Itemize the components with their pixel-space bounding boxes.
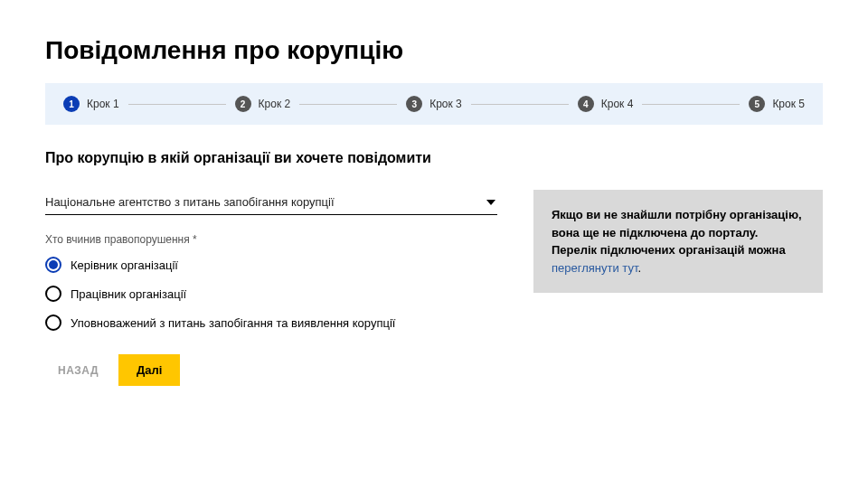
stepper: 1 Крок 1 2 Крок 2 3 Крок 3 4 Крок 4 5 Кр… xyxy=(45,83,823,125)
step-3[interactable]: 3 Крок 3 xyxy=(406,96,462,112)
step-number-icon: 3 xyxy=(406,96,422,112)
info-period: . xyxy=(637,261,641,275)
step-label: Крок 1 xyxy=(87,98,119,110)
organization-select-value: Національне агентство з питань запобіган… xyxy=(45,195,335,209)
radio-option-commissioner[interactable]: Уповноважений з питань запобігання та ви… xyxy=(45,314,497,331)
radio-label: Керівник організації xyxy=(71,258,178,272)
step-number-icon: 1 xyxy=(63,96,80,112)
back-button[interactable]: НАЗАД xyxy=(45,355,111,386)
caret-down-icon xyxy=(486,200,495,205)
organization-select[interactable]: Національне агентство з питань запобіган… xyxy=(45,190,497,215)
radio-icon xyxy=(45,314,61,331)
info-text-line1: Якщо ви не знайшли потрібну організацію,… xyxy=(552,208,802,239)
form-content: Національне агентство з питань запобіган… xyxy=(45,190,823,386)
step-2[interactable]: 2 Крок 2 xyxy=(235,96,291,112)
radio-label: Працівник організації xyxy=(71,287,186,301)
step-label: Крок 2 xyxy=(259,98,291,110)
step-connector xyxy=(471,104,569,105)
step-number-icon: 5 xyxy=(749,96,765,112)
radio-label: Уповноважений з питань запобігання та ви… xyxy=(71,316,395,330)
info-link[interactable]: переглянути тут xyxy=(552,261,637,275)
step-4[interactable]: 4 Крок 4 xyxy=(578,96,634,112)
info-column: Якщо ви не знайшли потрібну організацію,… xyxy=(533,190,823,293)
offender-field-label: Хто вчинив правопорушення * xyxy=(45,233,497,246)
step-1[interactable]: 1 Крок 1 xyxy=(63,96,119,112)
radio-icon xyxy=(45,257,61,273)
button-row: НАЗАД Далі xyxy=(45,354,497,386)
section-heading: Про корупцію в якій організації ви хочет… xyxy=(45,150,823,166)
step-label: Крок 5 xyxy=(772,98,805,110)
form-left-column: Національне агентство з питань запобіган… xyxy=(45,190,497,386)
radio-option-head[interactable]: Керівник організації xyxy=(45,257,497,273)
step-number-icon: 4 xyxy=(578,96,594,112)
step-connector xyxy=(299,104,397,105)
step-connector xyxy=(128,104,226,105)
step-number-icon: 2 xyxy=(235,96,251,112)
step-connector xyxy=(642,104,740,105)
page-title: Повідомлення про корупцію xyxy=(45,36,823,65)
info-box: Якщо ви не знайшли потрібну організацію,… xyxy=(533,190,823,293)
step-label: Крок 3 xyxy=(429,98,462,110)
info-text-line2-prefix: Перелік підключених організацій можна xyxy=(552,243,786,257)
radio-option-employee[interactable]: Працівник організації xyxy=(45,286,497,302)
offender-radio-group: Керівник організації Працівник організац… xyxy=(45,257,497,331)
next-button[interactable]: Далі xyxy=(118,354,180,386)
step-label: Крок 4 xyxy=(601,98,634,110)
step-5[interactable]: 5 Крок 5 xyxy=(749,96,805,112)
radio-icon xyxy=(45,286,61,302)
